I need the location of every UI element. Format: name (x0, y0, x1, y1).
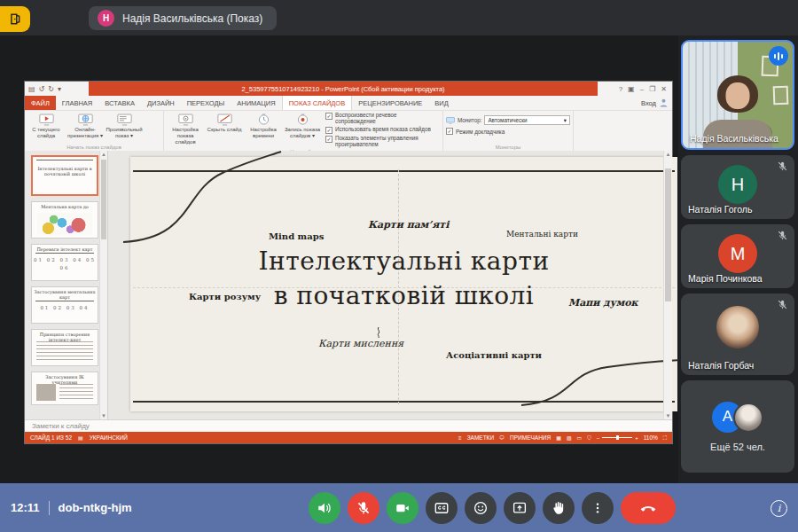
participant-name: Надія Васильківська (690, 133, 778, 144)
participant-tile[interactable]: Н Наталія Гоголь (681, 155, 794, 219)
record-slideshow-button[interactable]: Запись показа слайдов ▾ (284, 113, 321, 148)
more-participants-tile[interactable]: A Ещё 52 чел. (681, 380, 794, 473)
thumbnail-slide-3[interactable]: Переваги інтелект карт 01 02 03 04 05 06 (31, 244, 98, 281)
checkbox-narration[interactable]: ✓ Воспроизвести речевое сопровождение (325, 113, 439, 125)
more-options-button[interactable] (582, 492, 614, 524)
sign-in-button[interactable]: Вход (635, 96, 672, 110)
thumbnail-image-block (36, 384, 56, 401)
scroll-up-icon[interactable]: ▲ (100, 151, 107, 158)
custom-slideshow-label: Произвольный показ ▾ (106, 127, 143, 139)
participant-tile[interactable]: Наталія Горбач (681, 293, 794, 375)
tab-view[interactable]: ВИД (428, 96, 454, 110)
person-face (726, 82, 750, 109)
help-button[interactable]: ? (619, 85, 622, 93)
monitor-dropdown[interactable]: Автоматически ▾ (484, 115, 570, 125)
reactions-button[interactable] (465, 492, 497, 524)
scrollbar-thumb[interactable] (101, 160, 106, 239)
checkbox-presenter-view[interactable]: ✓ Режим докладчика (446, 128, 570, 135)
notes-toggle[interactable]: ЗАМЕТКИ (467, 434, 494, 441)
qat-dropdown-icon[interactable]: ▾ (58, 85, 61, 93)
checkbox-icon: ✓ (446, 128, 453, 135)
zoom-slider[interactable] (602, 437, 632, 438)
tab-file[interactable]: ФАЙЛ (25, 96, 56, 110)
thumbnail-slide-5[interactable]: Принципи створення інтелект-карт (31, 329, 98, 366)
zoom-out-icon[interactable]: – (597, 435, 599, 441)
language-indicator[interactable]: УКРАИНСКИЙ (90, 434, 128, 441)
close-button[interactable]: ✕ (661, 85, 667, 93)
proofing-icon[interactable]: ▤ (78, 435, 83, 441)
slide-counter: СЛАЙД 1 ИЗ 52 (30, 434, 72, 441)
camera-toggle-button[interactable] (387, 492, 419, 524)
tab-insert[interactable]: ВСТАВКА (98, 96, 141, 110)
zoom-percent[interactable]: 110% (644, 434, 658, 441)
ribbon-display-button[interactable]: ▣ (628, 85, 635, 93)
slideshow-view-icon[interactable]: ⛉ (587, 435, 591, 441)
scroll-down-icon[interactable]: ▼ (664, 412, 672, 419)
mic-toggle-button[interactable] (348, 492, 379, 524)
reading-view-icon[interactable]: ▭ (577, 435, 583, 441)
tab-slideshow[interactable]: ПОКАЗ СЛАЙДОВ (282, 96, 353, 110)
fit-to-window-icon[interactable]: ⛶ (663, 435, 667, 441)
label-thinking-maps: Карти мислення (318, 338, 403, 349)
from-current-slide-button[interactable]: С текущего слайда (27, 113, 65, 144)
redo-icon[interactable]: ↻ (48, 85, 54, 93)
checkbox-media-controls[interactable]: ✓ Показать элементы управления проигрыва… (325, 136, 439, 148)
raise-hand-button[interactable] (543, 492, 575, 524)
rehearse-timings-button[interactable]: Настройка времени (245, 113, 282, 148)
slide-scrollbar[interactable]: ▲ ▼ (663, 151, 672, 419)
thumbnail-text-lines (59, 384, 93, 401)
notes-placeholder: Заметки к слайду (32, 422, 90, 430)
tab-review[interactable]: РЕЦЕНЗИРОВАНИЕ (352, 96, 428, 110)
thumbnail-scrollbar[interactable]: ▲ ▼ (99, 151, 107, 419)
presenter-view-label: Режим докладчика (456, 129, 505, 135)
zoom-slider-handle[interactable] (616, 435, 619, 440)
zoom-control[interactable]: – + (597, 435, 638, 441)
tab-home[interactable]: ГЛАВНАЯ (56, 96, 98, 110)
comments-toggle[interactable]: ПРИМЕЧАНИЯ (510, 434, 551, 441)
present-button[interactable] (504, 492, 536, 524)
setup-slideshow-button[interactable]: Настройка показа слайдов (167, 113, 204, 148)
share-audio-button[interactable] (309, 492, 340, 524)
meeting-details-button[interactable]: i (771, 500, 787, 517)
presenter-pill[interactable]: Н Надія Васильківська (Показ) (89, 6, 277, 30)
restore-button[interactable]: ❐ (649, 85, 655, 93)
hide-slide-button[interactable]: Скрыть слайд (206, 113, 243, 148)
slide-editor[interactable]: Mind maps Карти пам’яті Ментальні карти … (130, 157, 677, 411)
ribbon-group-setup: Настройка показа слайдов Скрыть слайд На… (164, 111, 443, 152)
save-icon[interactable]: ▤ (28, 85, 35, 93)
minimize-button[interactable]: – (640, 85, 644, 93)
notes-pane[interactable]: Заметки к слайду (25, 419, 672, 432)
undo-icon[interactable]: ↺ (39, 85, 45, 93)
ribbon-tab-row: ФАЙЛ ГЛАВНАЯ ВСТАВКА ДИЗАЙН ПЕРЕХОДЫ АНИ… (25, 96, 672, 111)
checkbox-timings[interactable]: ✓ Использовать время показа слайдов (325, 127, 439, 134)
participant-tile[interactable]: М Марія Починкова (681, 224, 794, 288)
window-controls: ? ▣ – ❐ ✕ (598, 82, 672, 96)
scroll-up-icon[interactable]: ▲ (664, 151, 672, 158)
thumbnail-slide-1[interactable]: Інтелектуальні карти в початковій школі (31, 155, 98, 196)
scrollbar-thumb[interactable] (665, 168, 671, 301)
captions-button[interactable] (426, 492, 458, 524)
present-screen-icon (512, 500, 528, 516)
end-call-button[interactable] (621, 492, 676, 524)
thumbnail-text-lines (36, 341, 93, 362)
participants-sidebar: Надія Васильківська Н Наталія Гоголь М М… (678, 35, 798, 483)
normal-view-icon[interactable]: ▦ (556, 435, 561, 441)
extension-icon[interactable] (0, 6, 30, 32)
online-presentation-button[interactable]: Онлайн-презентация ▾ (66, 113, 104, 144)
tab-design[interactable]: ДИЗАЙН (141, 96, 181, 110)
more-vertical-icon (591, 501, 605, 515)
door-icon (9, 12, 21, 26)
self-video-tile[interactable]: Надія Васильківська (681, 40, 794, 150)
slide-sorter-icon[interactable]: ▨ (567, 435, 572, 441)
custom-slideshow-button[interactable]: Произвольный показ ▾ (106, 113, 143, 144)
thumbnail-slide-2[interactable]: Ментальна карта до (31, 201, 98, 239)
tab-animations[interactable]: АНИМАЦИЯ (231, 96, 281, 110)
thumbnail-slide-4[interactable]: Застосування ментальних карт 01 02 03 04 (31, 286, 98, 324)
scroll-down-icon[interactable]: ▼ (100, 412, 107, 419)
shared-screen-area: ▤ ↺ ↻ ▾ 2_5359775510714923210 - PowerPoi… (0, 35, 678, 483)
zoom-in-icon[interactable]: + (635, 435, 638, 441)
thumbnail-slide-6[interactable]: Застосування ІК учителями (31, 372, 98, 405)
tab-transitions[interactable]: ПЕРЕХОДЫ (181, 96, 231, 110)
ppt-statusbar: СЛАЙД 1 ИЗ 52 ▤ УКРАИНСКИЙ ≡ ЗАМЕТКИ 🗩 П… (25, 432, 672, 443)
captions-icon (434, 500, 450, 516)
